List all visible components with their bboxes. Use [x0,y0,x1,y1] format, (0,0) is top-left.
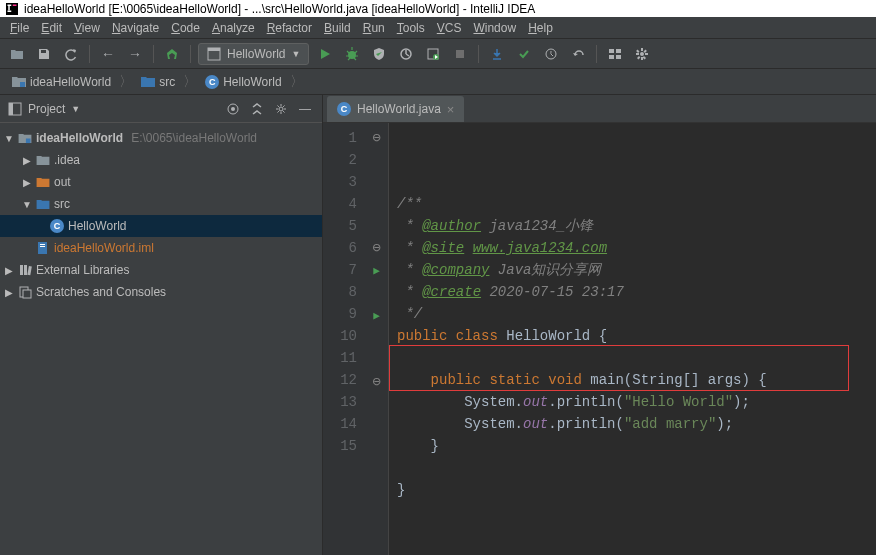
breadcrumb-src[interactable]: src [137,74,179,90]
code-line[interactable] [397,347,876,369]
vcs-commit-button[interactable] [513,43,535,65]
dropdown-chevron-icon[interactable]: ▼ [71,104,80,114]
code-line[interactable]: public static void main(String[] args) { [397,369,876,391]
attach-button[interactable] [422,43,444,65]
menu-refactor[interactable]: Refactor [261,19,318,37]
menu-vcs[interactable]: VCS [431,19,468,37]
coverage-button[interactable] [368,43,390,65]
tree-root-path: E:\0065\ideaHelloWorld [131,131,257,145]
code-line[interactable]: * @create 2020-07-15 23:17 [397,281,876,303]
vcs-update-button[interactable] [486,43,508,65]
window-title: ideaHelloWorld [E:\0065\ideaHelloWorld] … [24,2,535,16]
svg-rect-14 [609,49,614,53]
fold-gutter[interactable]: ⊖ ⊖▶ ▶ ⊖ [365,123,389,555]
save-all-button[interactable] [33,43,55,65]
code-line[interactable]: } [397,435,876,457]
code-line[interactable]: System.out.println("add marry"); [397,413,876,435]
libraries-icon [18,263,32,277]
tree-label: out [54,175,71,189]
editor-tab-helloworld[interactable]: C HelloWorld.java × [327,96,464,122]
code-editor[interactable]: 123456789101112131415 ⊖ ⊖▶ ▶ ⊖ /** * @au… [323,123,876,555]
debug-button[interactable] [341,43,363,65]
code-line[interactable]: } [397,479,876,501]
svg-rect-12 [456,50,464,58]
code-line[interactable]: * @author java1234_小锋 [397,215,876,237]
menu-help[interactable]: Help [522,19,559,37]
run-config-label: HelloWorld [227,47,285,61]
close-tab-icon[interactable]: × [447,102,455,117]
vcs-history-button[interactable] [540,43,562,65]
tree-item-helloworld-class[interactable]: C HelloWorld [0,215,322,237]
select-opened-file-button[interactable] [224,100,242,118]
stop-button[interactable] [449,43,471,65]
profile-button[interactable] [395,43,417,65]
code-line[interactable]: * @site www.java1234.com [397,237,876,259]
code-line[interactable]: public class HelloWorld { [397,325,876,347]
tree-item-iml[interactable]: ideaHelloWorld.iml [0,237,322,259]
run-button[interactable] [314,43,336,65]
tree-root[interactable]: ▼ ideaHelloWorld E:\0065\ideaHelloWorld [0,127,322,149]
nav-forward-button[interactable]: → [124,43,146,65]
tree-item-src[interactable]: ▼ src [0,193,322,215]
menu-build[interactable]: Build [318,19,357,37]
tree-item-scratches[interactable]: ▶ Scratches and Consoles [0,281,322,303]
code-line[interactable]: System.out.println("Hello World"); [397,391,876,413]
svg-rect-5 [41,50,46,53]
code-line[interactable]: /** [397,193,876,215]
project-tree[interactable]: ▼ ideaHelloWorld E:\0065\ideaHelloWorld … [0,123,322,555]
toolbar-separator [190,45,191,63]
svg-rect-17 [616,55,621,59]
editor-tabs: C HelloWorld.java × [323,95,876,123]
project-title: Project [28,102,65,116]
sync-button[interactable] [60,43,82,65]
toolbar-separator [596,45,597,63]
window-title-bar: ideaHelloWorld [E:\0065\ideaHelloWorld] … [0,0,876,17]
menu-window[interactable]: Window [467,19,522,37]
settings-button[interactable] [631,43,653,65]
svg-rect-2 [8,6,10,11]
svg-rect-31 [27,266,32,275]
code-line[interactable] [397,501,876,523]
nav-back-button[interactable]: ← [97,43,119,65]
svg-rect-29 [20,265,23,275]
svg-point-24 [279,107,283,111]
code-line[interactable] [397,457,876,479]
menu-navigate[interactable]: Navigate [106,19,165,37]
svg-rect-19 [20,82,25,87]
menu-file[interactable]: File [4,19,35,37]
expand-arrow-icon[interactable]: ▶ [4,287,14,298]
breadcrumb-module[interactable]: ideaHelloWorld [8,74,115,90]
expand-arrow-icon[interactable]: ▶ [22,177,32,188]
code-line[interactable]: * @company Java知识分享网 [397,259,876,281]
menu-code[interactable]: Code [165,19,206,37]
open-file-button[interactable] [6,43,28,65]
run-config-selector[interactable]: HelloWorld ▼ [198,43,309,65]
app-icon [6,3,18,15]
tree-item-out[interactable]: ▶ out [0,171,322,193]
menu-edit[interactable]: Edit [35,19,68,37]
expand-arrow-icon[interactable]: ▶ [4,265,14,276]
menu-tools[interactable]: Tools [391,19,431,37]
code-content[interactable]: /** * @author java1234_小锋 * @site www.ja… [389,123,876,555]
settings-gear-icon[interactable] [272,100,290,118]
code-line[interactable]: */ [397,303,876,325]
breadcrumb-separator: 〉 [183,73,197,91]
expand-arrow-icon[interactable]: ▶ [22,155,32,166]
menu-view[interactable]: View [68,19,106,37]
expand-arrow-icon[interactable]: ▼ [4,133,14,144]
project-structure-button[interactable] [604,43,626,65]
menu-analyze[interactable]: Analyze [206,19,261,37]
project-tool-window: Project ▼ — ▼ ideaHelloWorld E:\0065\ide… [0,95,323,555]
tree-item-idea[interactable]: ▶ .idea [0,149,322,171]
hide-button[interactable]: — [296,100,314,118]
breadcrumb-class[interactable]: C HelloWorld [201,74,285,90]
expand-all-button[interactable] [248,100,266,118]
menu-bar: FileEditViewNavigateCodeAnalyzeRefactorB… [0,17,876,39]
vcs-revert-button[interactable] [567,43,589,65]
module-icon [18,133,32,144]
build-project-button[interactable] [161,43,183,65]
tree-item-external-libs[interactable]: ▶ External Libraries [0,259,322,281]
menu-run[interactable]: Run [357,19,391,37]
expand-arrow-icon[interactable]: ▼ [22,199,32,210]
svg-rect-27 [40,244,45,245]
